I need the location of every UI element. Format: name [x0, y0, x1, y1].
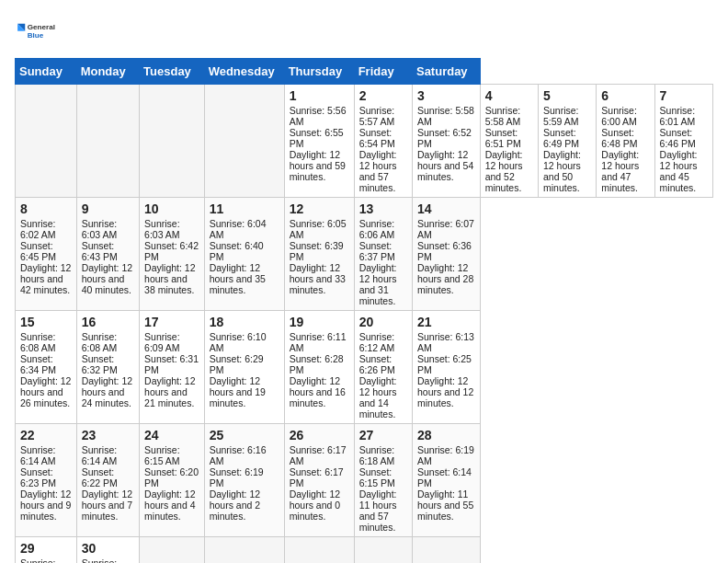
empty-cell — [76, 85, 139, 198]
calendar-day: 19 Sunrise: 6:11 AM Sunset: 6:28 PM Dayl… — [284, 311, 354, 424]
calendar-table: SundayMondayTuesdayWednesdayThursdayFrid… — [15, 58, 713, 563]
calendar-day: 21 Sunrise: 6:13 AM Sunset: 6:25 PM Dayl… — [412, 311, 480, 424]
logo: General Blue — [15, 15, 61, 47]
calendar-day — [204, 537, 284, 564]
calendar-day: 15 Sunrise: 6:08 AM Sunset: 6:34 PM Dayl… — [16, 311, 77, 424]
col-header-sunday: Sunday — [16, 59, 77, 85]
calendar-day: 9 Sunrise: 6:03 AM Sunset: 6:43 PM Dayli… — [76, 198, 139, 311]
logo-svg: General Blue — [15, 15, 61, 47]
calendar-day: 8 Sunrise: 6:02 AM Sunset: 6:45 PM Dayli… — [16, 198, 77, 311]
page-header: General Blue — [15, 15, 713, 47]
calendar-day: 23 Sunrise: 6:14 AM Sunset: 6:22 PM Dayl… — [76, 424, 139, 537]
calendar-day: 22 Sunrise: 6:14 AM Sunset: 6:23 PM Dayl… — [16, 424, 77, 537]
col-header-saturday: Saturday — [412, 59, 480, 85]
calendar-day: 2 Sunrise: 5:57 AM Sunset: 6:54 PM Dayli… — [354, 85, 412, 198]
calendar-day: 26 Sunrise: 6:17 AM Sunset: 6:17 PM Dayl… — [284, 424, 354, 537]
calendar-day: 28 Sunrise: 6:19 AM Sunset: 6:14 PM Dayl… — [412, 424, 480, 537]
col-header-wednesday: Wednesday — [204, 59, 284, 85]
calendar-day: 3 Sunrise: 5:58 AM Sunset: 6:52 PM Dayli… — [412, 85, 480, 198]
calendar-day: 30 Sunrise: 6:20 AM Sunset: 6:11 PM Dayl… — [76, 537, 139, 564]
empty-cell — [204, 85, 284, 198]
col-header-monday: Monday — [76, 59, 139, 85]
calendar-week-4: 22 Sunrise: 6:14 AM Sunset: 6:23 PM Dayl… — [16, 424, 713, 537]
calendar-day — [412, 537, 480, 564]
calendar-day: 20 Sunrise: 6:12 AM Sunset: 6:26 PM Dayl… — [354, 311, 412, 424]
calendar-week-3: 15 Sunrise: 6:08 AM Sunset: 6:34 PM Dayl… — [16, 311, 713, 424]
calendar-day: 24 Sunrise: 6:15 AM Sunset: 6:20 PM Dayl… — [140, 424, 205, 537]
svg-text:Blue: Blue — [28, 31, 44, 40]
empty-cell — [140, 85, 205, 198]
calendar-day: 7 Sunrise: 6:01 AM Sunset: 6:46 PM Dayli… — [654, 85, 712, 198]
calendar-day: 14 Sunrise: 6:07 AM Sunset: 6:36 PM Dayl… — [412, 198, 480, 311]
calendar-header-row: SundayMondayTuesdayWednesdayThursdayFrid… — [16, 59, 713, 85]
calendar-day: 4 Sunrise: 5:58 AM Sunset: 6:51 PM Dayli… — [480, 85, 538, 198]
calendar-day: 16 Sunrise: 6:08 AM Sunset: 6:32 PM Dayl… — [76, 311, 139, 424]
calendar-day: 13 Sunrise: 6:06 AM Sunset: 6:37 PM Dayl… — [354, 198, 412, 311]
calendar-day: 12 Sunrise: 6:05 AM Sunset: 6:39 PM Dayl… — [284, 198, 354, 311]
calendar-day: 18 Sunrise: 6:10 AM Sunset: 6:29 PM Dayl… — [204, 311, 284, 424]
calendar-day: 11 Sunrise: 6:04 AM Sunset: 6:40 PM Dayl… — [204, 198, 284, 311]
calendar-day — [140, 537, 205, 564]
calendar-day: 29 Sunrise: 6:19 AM Sunset: 6:12 PM Dayl… — [16, 537, 77, 564]
calendar-day: 6 Sunrise: 6:00 AM Sunset: 6:48 PM Dayli… — [597, 85, 654, 198]
calendar-day: 25 Sunrise: 6:16 AM Sunset: 6:19 PM Dayl… — [204, 424, 284, 537]
calendar-week-5: 29 Sunrise: 6:19 AM Sunset: 6:12 PM Dayl… — [16, 537, 713, 564]
calendar-day: 10 Sunrise: 6:03 AM Sunset: 6:42 PM Dayl… — [140, 198, 205, 311]
calendar-day: 27 Sunrise: 6:18 AM Sunset: 6:15 PM Dayl… — [354, 424, 412, 537]
empty-cell — [16, 85, 77, 198]
calendar-day: 17 Sunrise: 6:09 AM Sunset: 6:31 PM Dayl… — [140, 311, 205, 424]
calendar-day: 5 Sunrise: 5:59 AM Sunset: 6:49 PM Dayli… — [538, 85, 596, 198]
calendar-day — [284, 537, 354, 564]
svg-text:General: General — [28, 23, 55, 31]
col-header-thursday: Thursday — [284, 59, 354, 85]
calendar-week-2: 8 Sunrise: 6:02 AM Sunset: 6:45 PM Dayli… — [16, 198, 713, 311]
calendar-week-1: 1 Sunrise: 5:56 AM Sunset: 6:55 PM Dayli… — [16, 85, 713, 198]
col-header-friday: Friday — [354, 59, 412, 85]
calendar-day: 1 Sunrise: 5:56 AM Sunset: 6:55 PM Dayli… — [284, 85, 354, 198]
calendar-body: 1 Sunrise: 5:56 AM Sunset: 6:55 PM Dayli… — [16, 85, 713, 564]
calendar-day — [354, 537, 412, 564]
col-header-tuesday: Tuesday — [140, 59, 205, 85]
